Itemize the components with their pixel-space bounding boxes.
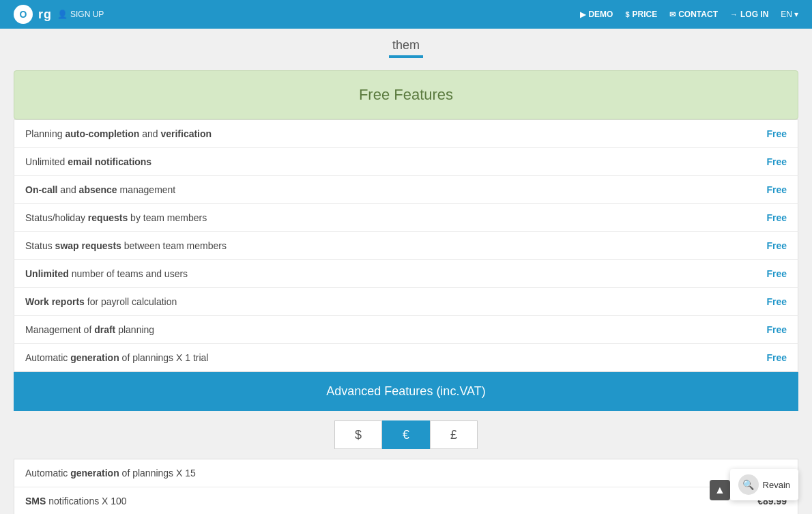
contact-nav-item[interactable]: ✉ CONTACT [669, 10, 718, 19]
table-row: Unlimited email notifications Free [14, 148, 798, 176]
underline-bar [389, 55, 423, 58]
chevron-down-icon: ▾ [794, 10, 798, 19]
feature-cell: Unlimited number of teams and users [14, 260, 744, 288]
demo-nav-item[interactable]: ▶ DEMO [580, 10, 613, 19]
currency-euro-button[interactable]: € [382, 420, 430, 449]
subtitle: them [14, 29, 798, 55]
signup-button[interactable]: 👤 SIGN UP [57, 10, 104, 19]
currency-dollar-button[interactable]: $ [334, 420, 382, 449]
advanced-features-table: Automatic generation of plannings X 15 €… [14, 459, 798, 514]
advanced-features-button[interactable]: Advanced Features (inc.VAT) [14, 372, 798, 411]
table-row: Automatic generation of plannings X 1 tr… [14, 344, 798, 372]
feature-cell: Automatic generation of plannings X 15 [14, 459, 730, 487]
price-nav-item[interactable]: $ PRICE [625, 10, 657, 19]
login-icon: → [730, 10, 738, 18]
price-cell: Free [744, 204, 798, 232]
table-row: Automatic generation of plannings X 15 €… [14, 459, 798, 487]
navbar-left: O rg 👤 SIGN UP [14, 5, 104, 24]
dollar-icon: $ [625, 10, 629, 18]
price-cell: Free [744, 176, 798, 204]
table-row: Work reports for payroll calculation Fre… [14, 288, 798, 316]
free-features-table: Planning auto-completion and verificatio… [14, 119, 798, 372]
user-icon: 👤 [57, 10, 68, 19]
feature-cell: Management of draft planning [14, 316, 744, 344]
free-features-header: Free Features [14, 70, 798, 119]
navbar-right: ▶ DEMO $ PRICE ✉ CONTACT → LOG IN EN ▾ [580, 10, 798, 19]
table-row: Status swap requests between team member… [14, 232, 798, 260]
feature-cell: Automatic generation of plannings X 1 tr… [14, 344, 744, 372]
login-nav-item[interactable]: → LOG IN [730, 10, 768, 19]
currency-pound-button[interactable]: £ [430, 420, 478, 449]
scroll-to-top-button[interactable]: ▲ [710, 480, 730, 500]
price-cell: Free [744, 288, 798, 316]
feature-cell: Status/holiday requests by team members [14, 204, 744, 232]
navbar: O rg 👤 SIGN UP ▶ DEMO $ PRICE ✉ CONTACT … [0, 0, 812, 29]
table-row: On-call and absence management Free [14, 176, 798, 204]
envelope-icon: ✉ [669, 10, 676, 19]
feature-cell: On-call and absence management [14, 176, 744, 204]
logo-text: rg [38, 8, 52, 22]
price-cell: Free [744, 148, 798, 176]
table-row: SMS notifications X 100 €89.99 [14, 487, 798, 515]
revain-badge: 🔍 Revain [730, 469, 798, 500]
price-cell: Free [744, 316, 798, 344]
feature-cell: Status swap requests between team member… [14, 232, 744, 260]
price-cell: Free [744, 260, 798, 288]
price-cell: Free [744, 232, 798, 260]
logo-icon[interactable]: O [14, 5, 33, 24]
play-icon: ▶ [580, 10, 585, 19]
table-row: Unlimited number of teams and users Free [14, 260, 798, 288]
revain-icon: 🔍 [738, 474, 759, 495]
table-row: Planning auto-completion and verificatio… [14, 120, 798, 148]
feature-cell: Work reports for payroll calculation [14, 288, 744, 316]
language-selector[interactable]: EN ▾ [781, 10, 798, 19]
price-cell: Free [744, 344, 798, 372]
table-row: Management of draft planning Free [14, 316, 798, 344]
main-content: them Free Features Planning auto-complet… [0, 29, 812, 514]
table-row: Status/holiday requests by team members … [14, 204, 798, 232]
feature-cell: Unlimited email notifications [14, 148, 744, 176]
feature-cell: Planning auto-completion and verificatio… [14, 120, 744, 148]
price-cell: Free [744, 120, 798, 148]
currency-switcher: $ € £ [14, 420, 798, 449]
feature-cell: SMS notifications X 100 [14, 487, 730, 515]
